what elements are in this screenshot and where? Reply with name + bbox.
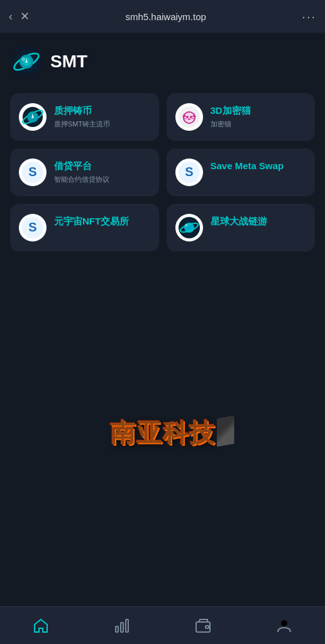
card-title-star: 星球大战链游 — [211, 215, 267, 228]
svg-rect-31 — [196, 622, 210, 632]
wallet-icon — [195, 618, 211, 634]
svg-rect-28 — [116, 626, 118, 632]
nav-chart[interactable] — [104, 614, 140, 638]
svg-point-4 — [21, 57, 25, 61]
card-subtitle-lending: 智能合约借贷协议 — [54, 175, 109, 184]
card-lending[interactable]: S 借贷平台 智能合约借贷协议 — [10, 148, 159, 196]
banner-area: 南亚科技 — [10, 272, 315, 594]
card-text-lending: 借贷平台 智能合约借贷协议 — [54, 158, 109, 184]
card-star-battle[interactable]: 星球大战链游 — [167, 204, 316, 252]
app-header: SMT — [10, 45, 315, 78]
card-crypto-cat[interactable]: 3D加密猫 加密猫 — [167, 93, 316, 141]
app-logo — [10, 45, 43, 78]
back-button[interactable]: ‹ — [9, 10, 13, 23]
card-grid: 质押铸币 质押SMT铸主流币 — [10, 93, 315, 252]
svg-point-27 — [185, 224, 187, 226]
svg-text:S: S — [185, 165, 193, 179]
nav-wallet[interactable] — [185, 614, 221, 638]
chart-icon — [114, 618, 130, 634]
app-title: SMT — [50, 52, 87, 72]
svg-rect-29 — [121, 623, 123, 632]
nav-profile[interactable] — [266, 614, 302, 638]
card-text-star: 星球大战链游 — [211, 214, 267, 230]
bottom-nav — [0, 606, 325, 644]
card-subtitle-pledge: 质押SMT铸主流币 — [54, 119, 110, 128]
svg-text:S: S — [28, 220, 36, 234]
card-nft-exchange[interactable]: S 元宇宙NFT交易所 — [10, 204, 159, 252]
nav-home[interactable] — [23, 614, 59, 638]
card-icon-star — [175, 214, 203, 242]
card-text-sms: Save Meta Swap — [211, 158, 284, 175]
card-text-nft: 元宇宙NFT交易所 — [54, 214, 129, 230]
card-title-lending: 借贷平台 — [54, 160, 109, 172]
card-text-cat: 3D加密猫 加密猫 — [211, 103, 251, 128]
main-content: SMT 质押铸币 质押SMT铸主流币 — [0, 33, 325, 606]
home-icon — [33, 618, 49, 634]
url-bar[interactable]: smh5.haiwaiym.top — [37, 11, 294, 22]
svg-rect-30 — [126, 619, 128, 632]
card-icon-nft: S — [19, 214, 47, 242]
close-button[interactable]: ✕ — [20, 9, 30, 23]
card-title-pledge: 质押铸币 — [54, 104, 110, 117]
card-text-pledge: 质押铸币 质押SMT铸主流币 — [54, 103, 110, 128]
svg-text:S: S — [28, 165, 36, 179]
card-title-sms: Save Meta Swap — [211, 160, 284, 172]
card-title-cat: 3D加密猫 — [211, 104, 251, 117]
card-save-meta-swap[interactable]: S Save Meta Swap — [167, 148, 316, 196]
svg-point-13 — [186, 116, 189, 118]
svg-point-14 — [190, 116, 192, 118]
svg-rect-32 — [206, 626, 209, 628]
card-title-nft: 元宇宙NFT交易所 — [54, 215, 129, 228]
browser-chrome: ‹ ✕ smh5.haiwaiym.top ··· — [0, 0, 325, 33]
card-icon-lending: S — [19, 158, 47, 186]
card-icon-cat — [175, 103, 203, 131]
svg-point-33 — [281, 620, 287, 626]
smt-logo-icon — [13, 48, 40, 75]
card-icon-pledge — [19, 103, 47, 131]
card-pledge-mint[interactable]: 质押铸币 质押SMT铸主流币 — [10, 93, 159, 141]
card-subtitle-cat: 加密猫 — [211, 119, 251, 128]
card-icon-sms: S — [175, 158, 203, 186]
more-button[interactable]: ··· — [302, 9, 316, 24]
banner-text: 南亚科技 — [110, 419, 216, 447]
profile-icon — [276, 618, 292, 634]
